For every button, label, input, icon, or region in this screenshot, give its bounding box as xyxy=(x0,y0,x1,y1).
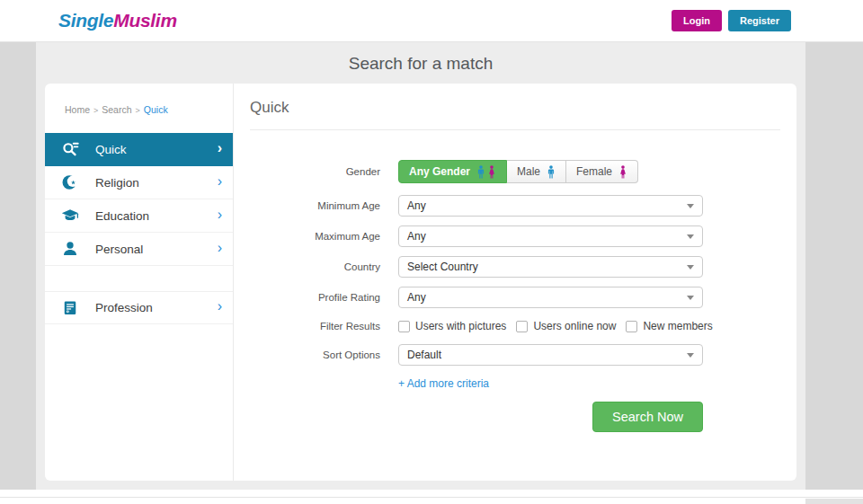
minimum-age-row: Minimum Age Any xyxy=(234,195,796,217)
sidebar-item-label: Quick xyxy=(95,143,218,156)
sort-options-row: Sort Options Default xyxy=(234,344,796,366)
checkbox-box[interactable] xyxy=(516,321,528,332)
gender-female-label: Female xyxy=(576,165,612,178)
maximum-age-value: Any xyxy=(407,230,426,243)
register-button[interactable]: Register xyxy=(728,10,791,31)
footer-corner-block xyxy=(805,499,863,504)
caret-down-icon xyxy=(687,204,694,208)
sidebar-item-label: Personal xyxy=(95,243,218,256)
search-button-row: Search Now xyxy=(234,402,703,432)
site-logo[interactable]: SingleMuslim xyxy=(58,10,177,31)
add-more-criteria-link[interactable]: + Add more criteria xyxy=(398,377,489,390)
content-heading: Quick xyxy=(250,99,796,117)
graduation-cap-icon xyxy=(61,207,81,225)
profile-rating-label: Profile Rating xyxy=(234,292,380,303)
gender-any-label: Any Gender xyxy=(409,165,470,178)
chevron-right-icon: › xyxy=(218,241,222,258)
chevron-right-icon: › xyxy=(218,299,222,316)
country-label: Country xyxy=(234,261,380,272)
sidebar-item-religion[interactable]: Religion › xyxy=(45,166,233,199)
sidebar-item-label: Religion xyxy=(95,176,218,190)
male-icon xyxy=(547,165,556,179)
footer xyxy=(0,490,863,504)
sidebar-item-personal[interactable]: Personal › xyxy=(45,233,233,266)
gender-button-group: Any Gender Male Femal xyxy=(398,160,638,183)
checkbox-new-members[interactable]: New members xyxy=(626,320,712,332)
profile-rating-value: Any xyxy=(407,291,426,304)
breadcrumb-home[interactable]: Home xyxy=(65,104,90,115)
login-button[interactable]: Login xyxy=(672,10,722,31)
sort-options-label: Sort Options xyxy=(234,349,380,360)
female-icon xyxy=(487,165,496,179)
page-title: Search for a match xyxy=(36,42,805,84)
add-criteria-row: + Add more criteria xyxy=(234,376,796,391)
checkbox-label: Users online now xyxy=(533,320,616,332)
checkbox-box[interactable] xyxy=(626,321,637,332)
sidebar-item-label: Education xyxy=(95,209,218,223)
gender-male-label: Male xyxy=(517,165,540,178)
filter-results-label: Filter Results xyxy=(234,321,380,332)
gender-label: Gender xyxy=(234,166,380,177)
minimum-age-select[interactable]: Any xyxy=(398,195,703,217)
sidebar: Home>Search>Quick Quick › Religion › xyxy=(45,84,234,481)
search-now-button[interactable]: Search Now xyxy=(592,402,703,432)
country-value: Select Country xyxy=(407,261,478,273)
breadcrumb-quick[interactable]: Quick xyxy=(144,104,168,115)
header-actions: Login Register xyxy=(672,10,791,31)
caret-down-icon xyxy=(687,353,694,358)
checkbox-users-with-pictures[interactable]: Users with pictures xyxy=(398,320,506,332)
sidebar-item-profession[interactable]: Profession › xyxy=(45,291,233,324)
certificate-icon xyxy=(61,299,81,317)
chevron-right-icon: › xyxy=(218,141,222,158)
page: SingleMuslim Login Register Search for a… xyxy=(0,0,863,504)
sidebar-item-education[interactable]: Education › xyxy=(45,199,233,233)
search-card: Home>Search>Quick Quick › Religion › xyxy=(45,84,796,481)
main-container: Search for a match Home>Search>Quick Qui… xyxy=(36,42,805,490)
sidebar-item-quick[interactable]: Quick › xyxy=(45,133,233,166)
gender-female-button[interactable]: Female xyxy=(566,160,638,183)
minimum-age-value: Any xyxy=(407,199,426,212)
footer-divider xyxy=(0,497,863,498)
quick-search-form: Gender Any Gender Male xyxy=(234,160,796,432)
checkbox-label: Users with pictures xyxy=(415,320,506,332)
sort-options-value: Default xyxy=(407,349,441,361)
filter-results-row: Filter Results Users with pictures Users… xyxy=(234,317,796,335)
chevron-right-icon: › xyxy=(218,208,222,225)
crescent-star-icon xyxy=(61,173,81,191)
female-icon xyxy=(618,165,627,179)
profile-rating-row: Profile Rating Any xyxy=(234,287,796,308)
country-select[interactable]: Select Country xyxy=(398,256,703,278)
main-background: Search for a match Home>Search>Quick Qui… xyxy=(0,42,863,490)
logo-text-single: Single xyxy=(58,10,113,31)
content-panel: Quick Gender Any Gender xyxy=(234,84,796,481)
maximum-age-select[interactable]: Any xyxy=(398,225,703,247)
heading-divider xyxy=(250,129,780,130)
gender-male-button[interactable]: Male xyxy=(507,160,566,183)
maximum-age-row: Maximum Age Any xyxy=(234,225,796,247)
caret-down-icon xyxy=(687,234,694,239)
male-icon xyxy=(476,165,485,179)
person-icon xyxy=(61,240,81,258)
logo-text-muslim: Muslim xyxy=(113,10,177,31)
checkbox-label: New members xyxy=(643,320,712,332)
sidebar-menu-gap xyxy=(45,266,233,291)
checkbox-box[interactable] xyxy=(398,321,410,332)
header: SingleMuslim Login Register xyxy=(0,0,863,42)
caret-down-icon xyxy=(687,265,694,270)
sort-options-select[interactable]: Default xyxy=(398,344,703,366)
gender-row: Gender Any Gender Male xyxy=(234,160,796,183)
profile-rating-select[interactable]: Any xyxy=(398,287,703,308)
caret-down-icon xyxy=(687,296,694,300)
maximum-age-label: Maximum Age xyxy=(234,231,380,242)
breadcrumb: Home>Search>Quick xyxy=(45,84,233,133)
sidebar-menu: Quick › Religion › Education › xyxy=(45,133,233,324)
chevron-right-icon: › xyxy=(218,174,222,191)
breadcrumb-separator: > xyxy=(93,106,98,115)
minimum-age-label: Minimum Age xyxy=(234,200,380,211)
quick-search-icon xyxy=(61,140,81,158)
breadcrumb-search[interactable]: Search xyxy=(102,104,131,115)
breadcrumb-separator: > xyxy=(136,106,140,115)
gender-any-button[interactable]: Any Gender xyxy=(398,160,507,183)
checkbox-users-online-now[interactable]: Users online now xyxy=(516,320,616,332)
country-row: Country Select Country xyxy=(234,256,796,278)
